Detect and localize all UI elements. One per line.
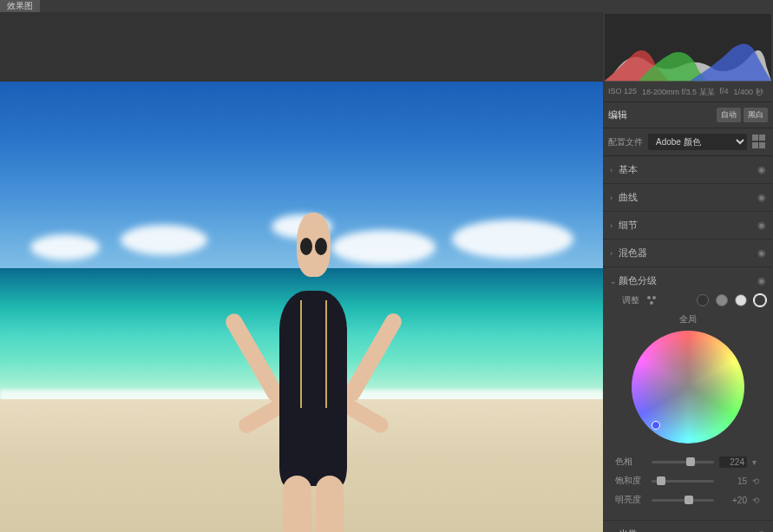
- saturation-slider[interactable]: [652, 480, 714, 483]
- exif-shutter: 1/400 秒: [734, 87, 763, 98]
- chevron-right-icon: ›: [610, 249, 619, 258]
- profile-row: 配置文件 Adobe 颜色: [603, 128, 773, 156]
- three-way-icon[interactable]: [646, 295, 657, 305]
- panel-grading-header[interactable]: ⌄ 颜色分级 ◉: [610, 274, 766, 287]
- top-bar: 效果图: [0, 0, 773, 12]
- grading-mode-label: 调整: [622, 294, 639, 306]
- svg-point-0: [647, 296, 651, 299]
- hue-slider-row: 色相 224 ▾: [610, 452, 766, 471]
- hue-label: 色相: [615, 456, 646, 468]
- luminance-slider-row: 明亮度 +20 ⟲: [610, 490, 766, 509]
- panel-curve[interactable]: › 曲线 ◉: [603, 184, 773, 212]
- panel-optics[interactable]: › 光学 ◉: [603, 521, 773, 532]
- color-wheel[interactable]: [632, 331, 744, 443]
- edit-title: 编辑: [608, 108, 714, 122]
- panel-curve-label: 曲线: [619, 191, 757, 204]
- panel-detail-label: 细节: [619, 219, 757, 232]
- chevron-down-icon: ⌄: [610, 277, 619, 286]
- grading-mode-row: 调整: [610, 294, 766, 306]
- panel-mixer[interactable]: › 混色器 ◉: [603, 240, 773, 267]
- reset-icon[interactable]: ⟲: [752, 496, 761, 505]
- canvas-image[interactable]: [0, 82, 603, 532]
- visibility-icon[interactable]: ◉: [757, 247, 766, 259]
- saturation-slider-row: 饱和度 15 ⟲: [610, 471, 766, 490]
- profile-label: 配置文件: [608, 136, 643, 148]
- midtones-tab[interactable]: [716, 294, 728, 306]
- grading-section-label: 全局: [610, 313, 766, 325]
- right-sidebar: ISO 125 18-200mm f/3.5 某某 f/4 1/400 秒 编辑…: [603, 12, 773, 532]
- reset-icon[interactable]: ⟲: [752, 476, 761, 486]
- visibility-icon[interactable]: ◉: [757, 220, 766, 231]
- dropdown-icon[interactable]: ▾: [752, 457, 761, 467]
- luminance-label: 明亮度: [615, 494, 646, 506]
- document-tab[interactable]: 效果图: [0, 0, 40, 12]
- highlights-tab[interactable]: [735, 294, 747, 306]
- svg-point-2: [650, 301, 653, 305]
- main-area: ISO 125 18-200mm f/3.5 某某 f/4 1/400 秒 编辑…: [0, 12, 773, 532]
- visibility-icon[interactable]: ◉: [757, 529, 766, 532]
- panel-basic-label: 基本: [619, 163, 757, 176]
- panel-basic[interactable]: › 基本 ◉: [603, 156, 773, 184]
- histogram[interactable]: [605, 14, 771, 82]
- chevron-right-icon: ›: [610, 166, 619, 174]
- global-tab[interactable]: [754, 294, 766, 306]
- visibility-icon[interactable]: ◉: [757, 275, 766, 286]
- canvas-background: [0, 12, 603, 82]
- edit-header: 编辑 自动 黑白: [603, 102, 773, 128]
- panel-optics-label: 光学: [619, 528, 757, 532]
- svg-point-1: [652, 296, 656, 299]
- exif-lens: 18-200mm f/3.5 某某: [642, 87, 715, 98]
- shadows-tab[interactable]: [697, 294, 709, 306]
- saturation-label: 饱和度: [615, 475, 646, 487]
- bw-button[interactable]: 黑白: [744, 108, 768, 122]
- color-wheel-cursor[interactable]: [652, 421, 660, 430]
- profile-browse-icon[interactable]: [752, 135, 768, 150]
- canvas-area: [0, 12, 603, 532]
- hue-value[interactable]: 224: [719, 456, 747, 468]
- color-wheel-container: [610, 331, 766, 443]
- saturation-value[interactable]: 15: [719, 476, 747, 486]
- visibility-icon[interactable]: ◉: [757, 164, 766, 175]
- auto-button[interactable]: 自动: [717, 108, 741, 122]
- profile-select[interactable]: Adobe 颜色: [648, 134, 747, 150]
- exif-info: ISO 125 18-200mm f/3.5 某某 f/4 1/400 秒: [603, 83, 773, 102]
- luminance-value[interactable]: +20: [719, 496, 747, 505]
- luminance-slider[interactable]: [652, 499, 714, 502]
- panel-detail[interactable]: › 细节 ◉: [603, 212, 773, 240]
- chevron-right-icon: ›: [610, 194, 619, 202]
- panel-mixer-label: 混色器: [619, 246, 757, 259]
- image-figure: [229, 184, 398, 532]
- chevron-right-icon: ›: [610, 221, 619, 230]
- visibility-icon[interactable]: ◉: [757, 192, 766, 203]
- panel-grading-label: 颜色分级: [619, 274, 757, 287]
- exif-iso: ISO 125: [608, 87, 637, 98]
- hue-slider[interactable]: [652, 461, 714, 463]
- panel-color-grading: ⌄ 颜色分级 ◉ 调整 全局 色相: [603, 267, 773, 521]
- exif-aperture: f/4: [720, 87, 729, 98]
